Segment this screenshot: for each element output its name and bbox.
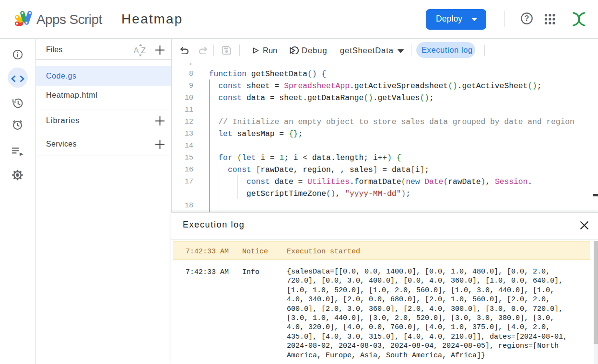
svg-text:Z: Z	[141, 46, 146, 55]
svg-text:A: A	[134, 46, 139, 55]
svg-text:?: ?	[525, 14, 529, 23]
